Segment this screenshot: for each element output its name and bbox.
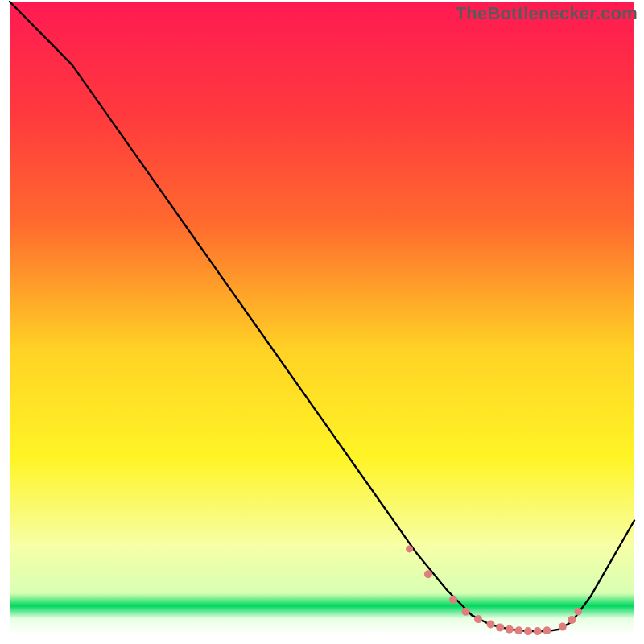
bottleneck-chart: TheBottlenecker.com xyxy=(0,0,644,644)
curve-marker xyxy=(568,616,576,624)
curve-marker xyxy=(559,623,567,631)
curve-marker xyxy=(506,625,514,634)
curve-marker xyxy=(474,615,482,623)
curve-marker xyxy=(574,608,582,616)
curve-marker xyxy=(424,570,432,578)
curve-marker xyxy=(534,627,542,635)
curve-marker xyxy=(496,623,504,631)
curve-marker xyxy=(543,626,551,634)
curve-marker xyxy=(524,627,532,635)
plot-svg xyxy=(0,0,644,644)
curve-marker xyxy=(462,608,470,616)
curve-marker xyxy=(449,596,457,604)
curve-marker xyxy=(406,545,413,552)
curve-marker xyxy=(514,626,522,634)
watermark-text: TheBottlenecker.com xyxy=(456,3,638,24)
curve-marker xyxy=(487,620,495,628)
gradient-background xyxy=(10,2,634,634)
